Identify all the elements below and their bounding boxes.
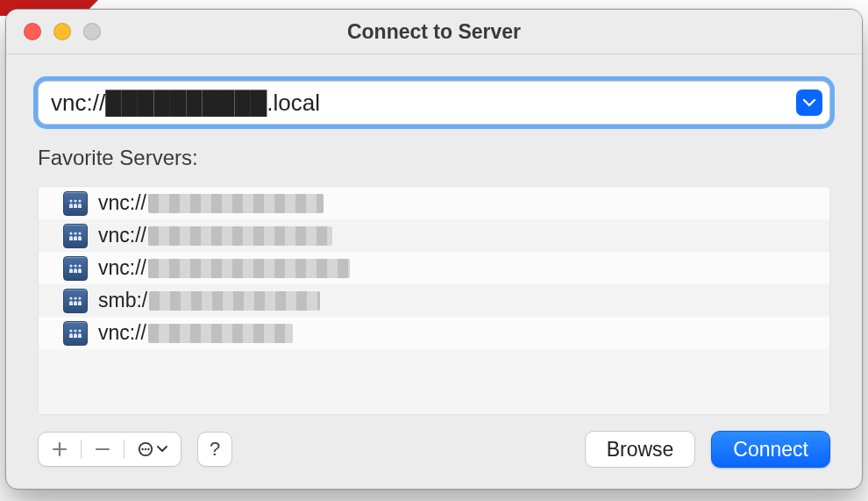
redacted-text (148, 226, 332, 246)
svg-point-5 (78, 232, 81, 234)
server-icon (63, 224, 88, 248)
close-window-button[interactable] (24, 23, 41, 40)
svg-point-11 (78, 297, 81, 299)
redacted-text (149, 291, 320, 311)
window-title: Connect to Server (6, 20, 862, 44)
favorite-server-prefix: vnc:// (98, 191, 146, 215)
svg-point-6 (69, 264, 72, 267)
server-address-input[interactable] (51, 89, 796, 117)
plus-icon (52, 441, 68, 457)
connect-button[interactable]: Connect (711, 431, 830, 468)
server-icon (63, 191, 88, 216)
svg-point-7 (74, 264, 76, 267)
list-empty-row (39, 382, 829, 414)
svg-point-16 (141, 448, 143, 450)
server-address-combobox[interactable] (38, 81, 830, 125)
add-favorite-button (47, 437, 72, 462)
ellipsis-circle-icon (138, 441, 153, 457)
svg-point-4 (74, 232, 76, 234)
svg-point-2 (78, 199, 81, 202)
favorite-server-prefix: smb:/ (98, 289, 147, 312)
favorite-server-prefix: vnc:// (98, 321, 146, 345)
favorite-servers-list[interactable]: vnc:// vnc:// vnc:// smb:/ (38, 186, 830, 415)
svg-point-0 (69, 199, 72, 202)
favorites-section-label: Favorite Servers: (38, 146, 830, 170)
help-button[interactable]: ? (197, 432, 232, 467)
divider (81, 440, 82, 459)
favorite-server-item[interactable]: vnc:// (39, 219, 829, 252)
svg-point-9 (69, 297, 72, 299)
redacted-text (148, 194, 324, 213)
divider (124, 440, 125, 459)
svg-point-18 (147, 448, 149, 450)
favorite-server-item[interactable]: vnc:// (39, 252, 829, 284)
titlebar: Connect to Server (6, 10, 862, 54)
favorite-server-item[interactable]: vnc:// (39, 317, 829, 349)
svg-point-17 (145, 448, 146, 450)
favorite-server-prefix: vnc:// (98, 224, 146, 247)
svg-point-10 (74, 297, 76, 299)
svg-point-14 (78, 329, 81, 332)
question-mark-icon: ? (210, 438, 220, 461)
connect-button-label: Connect (733, 438, 808, 462)
favorite-server-prefix: vnc:// (98, 256, 146, 280)
svg-point-3 (69, 232, 72, 234)
action-menu-button[interactable] (133, 437, 172, 462)
footer-toolbar: ? Browse Connect (38, 431, 830, 468)
svg-point-12 (69, 329, 72, 332)
svg-point-13 (74, 329, 76, 332)
svg-point-8 (78, 264, 81, 267)
remove-favorite-button (90, 437, 115, 462)
redacted-text (148, 324, 293, 343)
browse-button[interactable]: Browse (585, 431, 696, 468)
redacted-text (148, 259, 350, 278)
recent-servers-dropdown-button[interactable] (796, 89, 822, 116)
browse-button-label: Browse (607, 438, 674, 462)
chevron-down-icon (157, 446, 167, 453)
server-icon (63, 256, 88, 281)
svg-point-1 (74, 199, 76, 202)
minimize-window-button[interactable] (53, 23, 71, 40)
favorite-server-item[interactable]: smb:/ (39, 284, 829, 317)
chevron-down-icon (803, 98, 815, 107)
server-icon (63, 289, 88, 313)
server-icon (63, 321, 88, 346)
connect-to-server-window: Connect to Server Favorite Servers: vnc:… (5, 9, 863, 490)
minus-icon (95, 441, 110, 457)
list-edit-tools (38, 432, 181, 467)
favorite-server-item[interactable]: vnc:// (39, 187, 829, 219)
zoom-window-button (83, 23, 101, 40)
list-empty-row (39, 349, 829, 382)
